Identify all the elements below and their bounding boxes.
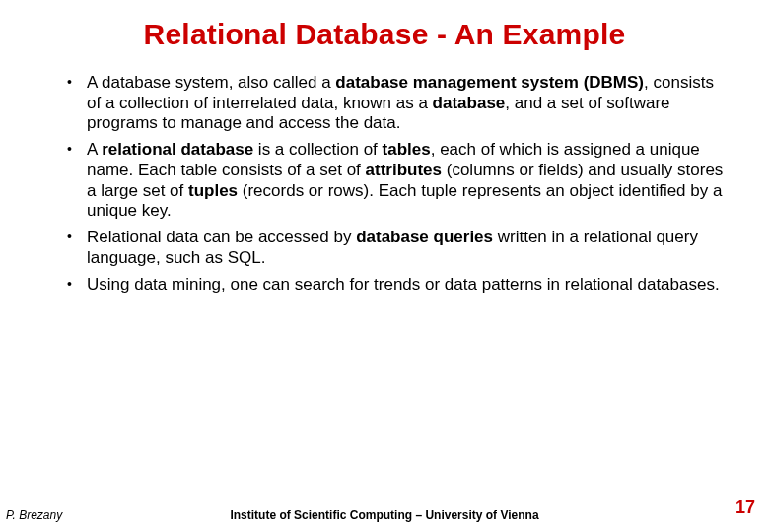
- slide-content: A database system, also called a databas…: [0, 61, 769, 295]
- slide: Relational Database - An Example A datab…: [0, 0, 769, 532]
- page-number: 17: [735, 498, 755, 518]
- text: Relational data can be accessed by: [87, 228, 356, 246]
- slide-title: Relational Database - An Example: [0, 0, 769, 61]
- bold-text: tables: [383, 140, 431, 159]
- bold-text: relational database: [102, 140, 253, 159]
- text: A: [87, 140, 102, 159]
- text: is a collection of: [253, 140, 382, 159]
- bold-text: database: [433, 94, 506, 112]
- text: Using data mining, one can search for tr…: [87, 275, 720, 294]
- text: A database system, also called a: [87, 73, 335, 92]
- bullet-list: A database system, also called a databas…: [65, 73, 732, 295]
- footer-institute: Institute of Scientific Computing – Univ…: [0, 508, 769, 522]
- bold-text: attributes: [366, 161, 442, 179]
- bullet-item: Using data mining, one can search for tr…: [65, 275, 732, 296]
- bullet-item: A database system, also called a databas…: [65, 73, 732, 134]
- bullet-item: A relational database is a collection of…: [65, 140, 732, 222]
- bullet-item: Relational data can be accessed by datab…: [65, 228, 732, 268]
- bold-text: database management system (DBMS): [335, 73, 644, 92]
- bold-text: database queries: [356, 228, 493, 246]
- bold-text: tuples: [188, 181, 238, 200]
